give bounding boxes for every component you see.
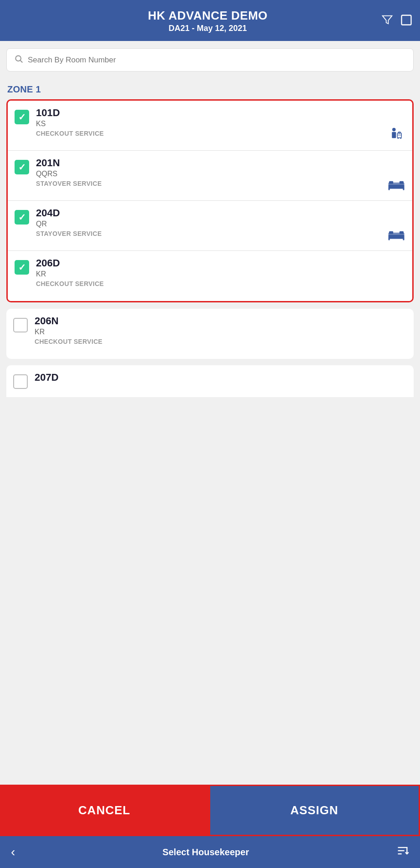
room-info: 206D KR CHECKOUT SERVICE — [36, 257, 405, 287]
svg-rect-20 — [389, 238, 390, 240]
search-box — [6, 48, 414, 71]
room-card[interactable]: ✓ 204D QR STAYOVER SERVICE — [8, 201, 412, 251]
checkbox-unchecked[interactable] — [13, 374, 28, 389]
svg-point-8 — [397, 138, 399, 139]
svg-rect-19 — [400, 231, 404, 234]
room-code: KR — [36, 270, 405, 278]
cancel-button[interactable]: CANCEL — [0, 785, 209, 836]
room-list: ✓ 101D KS CHECKOUT SERVICE — [0, 99, 420, 785]
checkmark: ✓ — [18, 213, 26, 222]
room-card[interactable]: ✓ 206D KR CHECKOUT SERVICE — [8, 251, 412, 301]
checkbox-checked[interactable]: ✓ — [15, 110, 29, 124]
room-number: 206D — [36, 257, 405, 269]
checkbox-206D[interactable]: ✓ — [13, 260, 30, 275]
room-card-partial[interactable]: 207D — [6, 365, 414, 397]
room-number: 206N — [35, 315, 406, 327]
svg-point-9 — [400, 138, 401, 139]
svg-rect-18 — [389, 231, 393, 234]
selected-group: ✓ 101D KS CHECKOUT SERVICE — [6, 99, 414, 302]
filter-icon[interactable] — [381, 14, 394, 28]
svg-rect-13 — [400, 181, 404, 184]
checkbox-checked[interactable]: ✓ — [15, 260, 29, 275]
checkbox-207D[interactable] — [12, 374, 29, 389]
room-code: QQRS — [36, 170, 405, 178]
room-info: 101D KS CHECKOUT SERVICE — [36, 107, 405, 137]
app-subtitle: DA21 - May 12, 2021 — [35, 24, 381, 33]
svg-rect-0 — [402, 15, 411, 25]
svg-line-2 — [20, 61, 23, 63]
checkbox-checked[interactable]: ✓ — [15, 210, 29, 225]
search-container — [0, 41, 420, 76]
checkmark: ✓ — [18, 112, 26, 122]
search-icon — [14, 54, 23, 66]
room-number: 207D — [35, 372, 406, 383]
checkbox-checked[interactable]: ✓ — [15, 160, 29, 174]
room-card[interactable]: ✓ 201N QQRS STAYOVER SERVICE — [8, 151, 412, 201]
svg-point-3 — [392, 128, 396, 132]
luggage-icon — [388, 128, 405, 143]
checkmark: ✓ — [18, 163, 26, 172]
room-service: STAYOVER SERVICE — [36, 180, 405, 187]
app-header: HK ADVANCE DEMO DA21 - May 12, 2021 — [0, 0, 420, 41]
room-number: 201N — [36, 157, 405, 169]
room-code: QR — [36, 220, 405, 228]
checkmark: ✓ — [18, 263, 26, 272]
checkbox-101D[interactable]: ✓ — [13, 110, 30, 124]
checkbox-unchecked[interactable] — [13, 318, 28, 332]
room-card[interactable]: 206N KR CHECKOUT SERVICE — [6, 309, 414, 359]
back-icon[interactable]: ‹ — [11, 845, 15, 859]
room-service: CHECKOUT SERVICE — [36, 280, 405, 287]
svg-rect-5 — [397, 133, 401, 138]
room-info: 204D QR STAYOVER SERVICE — [36, 207, 405, 237]
bottom-buttons: CANCEL ASSIGN — [0, 785, 420, 836]
svg-point-1 — [15, 56, 21, 61]
svg-rect-14 — [389, 188, 390, 190]
square-icon[interactable] — [400, 14, 413, 28]
footer-nav: ‹ Select Housekeeper — [0, 836, 420, 868]
bed-icon — [388, 228, 405, 243]
room-info: 201N QQRS STAYOVER SERVICE — [36, 157, 405, 187]
room-service: STAYOVER SERVICE — [36, 230, 405, 237]
header-center: HK ADVANCE DEMO DA21 - May 12, 2021 — [35, 9, 381, 33]
svg-rect-4 — [392, 132, 396, 138]
checkbox-206N[interactable] — [12, 318, 29, 332]
room-number: 204D — [36, 207, 405, 219]
svg-rect-12 — [389, 181, 393, 184]
room-info: 206N KR CHECKOUT SERVICE — [35, 315, 406, 345]
room-number: 101D — [36, 107, 405, 119]
checkbox-204D[interactable]: ✓ — [13, 210, 30, 225]
zone-label: ZONE 1 — [0, 76, 420, 99]
room-info: 207D — [35, 372, 406, 384]
svg-rect-15 — [403, 188, 404, 190]
assign-button[interactable]: ASSIGN — [209, 785, 420, 836]
room-service: CHECKOUT SERVICE — [36, 130, 405, 137]
footer-title: Select Housekeeper — [162, 847, 249, 858]
sort-icon[interactable] — [396, 844, 409, 860]
header-icons — [381, 14, 413, 28]
checkbox-201N[interactable]: ✓ — [13, 160, 30, 174]
room-service: CHECKOUT SERVICE — [35, 338, 406, 345]
app-title: HK ADVANCE DEMO — [35, 9, 381, 23]
room-card[interactable]: ✓ 101D KS CHECKOUT SERVICE — [8, 101, 412, 151]
search-input[interactable] — [28, 56, 406, 65]
room-code: KS — [36, 120, 405, 128]
svg-rect-21 — [403, 238, 404, 240]
bed-icon — [388, 178, 405, 193]
room-code: KR — [35, 328, 406, 336]
